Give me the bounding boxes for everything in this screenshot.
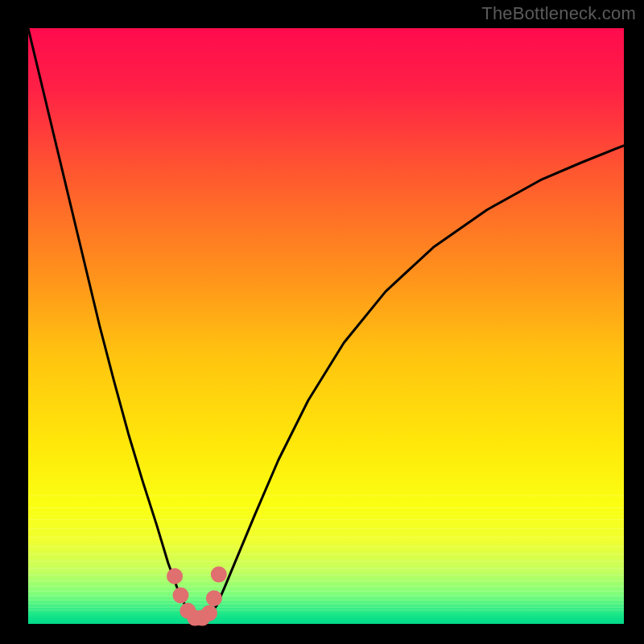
chart-frame: { "watermark": "TheBottleneck.com", "cha… [0,0,644,644]
svg-point-18 [167,568,183,584]
plot-background [28,28,624,624]
svg-point-25 [211,567,227,583]
svg-point-19 [172,587,188,603]
svg-point-23 [201,605,217,621]
watermark-text: TheBottleneck.com [481,3,636,24]
svg-point-24 [206,590,222,606]
bottleneck-chart [0,0,644,644]
